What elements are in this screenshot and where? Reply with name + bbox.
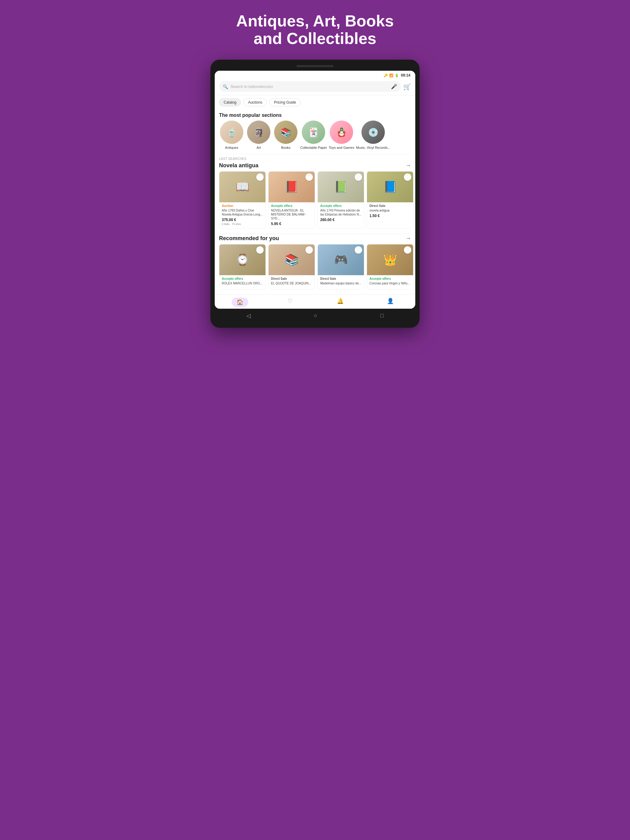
novela-product-2-price: 5.95 € xyxy=(271,222,312,226)
last-searches-section: LAST SEARCHES Novela antigua → 📖 ♡ Aucti… xyxy=(215,154,415,234)
tab-pricing-guide[interactable]: Pricing Guide xyxy=(269,98,301,106)
nav-favorites[interactable]: ♡ xyxy=(265,298,315,307)
wifi-icon: 📶 xyxy=(389,74,393,77)
app-header: 🔍 Search in todocoleccion 🎤 🛒 xyxy=(215,79,415,95)
notifications-icon: 🔔 xyxy=(337,298,343,305)
rec-product-3-heart[interactable]: ♡ xyxy=(355,246,362,254)
status-bar: 🔑 📶 🔋 09:14 xyxy=(215,71,415,79)
rec-product-1-info: Accepts offers ROLEX MARCELLUN ORO... xyxy=(219,275,266,289)
novela-product-1-status: Auction xyxy=(222,204,263,208)
novela-products-row: 📖 ♡ Auction Año 1783 Dafnis y Cloe Novel… xyxy=(215,171,415,234)
novela-product-2-status: Accepts offers xyxy=(271,204,312,208)
novela-product-1-heart[interactable]: ♡ xyxy=(256,174,264,181)
novela-arrow-btn[interactable]: → xyxy=(405,163,411,169)
rec-product-4[interactable]: 👑 ♡ Accepts offers Coronas para Virgen y… xyxy=(367,244,413,289)
novela-product-3-price: 260.00 € xyxy=(320,218,361,222)
category-antiques-label: Antiques xyxy=(225,146,238,150)
rec-product-3-info: Direct Sale Madelman equipo básico de... xyxy=(318,275,364,289)
rec-product-2[interactable]: 📚 ♡ Direct Sale EL QUIJOTE DE JOAQUIN... xyxy=(268,244,315,289)
rec-product-1-img: ⌚ ♡ xyxy=(219,245,266,275)
nav-notifications[interactable]: 🔔 xyxy=(315,298,365,307)
novela-product-4-info: Direct Sale novela antigua 1.50 € xyxy=(367,202,413,221)
novela-product-3-status: Accepts offers xyxy=(320,204,361,208)
novela-product-1-img: 📖 ♡ xyxy=(219,172,266,202)
novela-product-2-heart[interactable]: ♡ xyxy=(306,174,313,181)
key-icon: 🔑 xyxy=(384,74,388,77)
bottom-nav: 🏠 ♡ 🔔 👤 xyxy=(215,294,415,309)
screen: 🔑 📶 🔋 09:14 🔍 Search in todocoleccion 🎤 … xyxy=(215,71,415,308)
nav-home[interactable]: 🏠 xyxy=(215,298,265,307)
category-antiques-img: 🍵 xyxy=(220,120,243,144)
home-icon: 🏠 xyxy=(237,299,243,305)
rec-product-2-info: Direct Sale EL QUIJOTE DE JOAQUIN... xyxy=(269,275,315,289)
favorites-icon: ♡ xyxy=(288,298,293,305)
headline-line1: Antiques, Art, Books xyxy=(236,12,394,30)
novela-product-2[interactable]: 📕 ♡ Accepts offers NOVELA ANTIGUA - EL M… xyxy=(268,171,315,229)
home-btn[interactable]: ○ xyxy=(314,313,317,319)
novela-product-3-heart[interactable]: ♡ xyxy=(355,174,362,181)
cart-icon[interactable]: 🛒 xyxy=(403,83,411,90)
novela-product-1-info: Auction Año 1783 Dafnis y Cloe Novela An… xyxy=(219,202,266,228)
categories-row: 🍵 Antiques 🗿 Art 📚 Books � xyxy=(215,120,415,153)
rec-product-2-status: Direct Sale xyxy=(271,277,312,280)
novela-product-2-img: 📕 ♡ xyxy=(269,172,315,202)
headline-line2: and Collectibles xyxy=(254,30,377,47)
rec-product-1[interactable]: ⌚ ♡ Accepts offers ROLEX MARCELLUN ORO..… xyxy=(219,244,266,289)
category-collectable-label: Collectable Paper xyxy=(300,146,327,150)
rec-product-4-img: 👑 ♡ xyxy=(367,245,413,275)
novela-product-1-bids: 0 Bids · 7h 45m xyxy=(222,223,263,226)
novela-product-4-status: Direct Sale xyxy=(369,204,411,208)
recommended-section-header: Recommended for you → xyxy=(215,234,415,244)
recents-btn[interactable]: □ xyxy=(380,313,384,319)
novela-product-3-title: Año 1743 Primera edición de las Etiópica… xyxy=(320,208,361,216)
rec-product-1-title: ROLEX MARCELLUN ORO... xyxy=(222,281,263,285)
rec-product-1-heart[interactable]: ♡ xyxy=(256,246,264,254)
novela-product-3[interactable]: 📗 ♡ Accepts offers Año 1743 Primera edic… xyxy=(317,171,364,229)
category-music[interactable]: 💿 Music, Vinyl Records... xyxy=(356,120,390,150)
rec-product-4-title: Coronas para Virgen y Niño... xyxy=(369,281,411,285)
novela-product-4-img: 📘 ♡ xyxy=(367,172,413,202)
category-collectable[interactable]: 🃏 Collectable Paper xyxy=(300,120,327,150)
back-btn[interactable]: ◁ xyxy=(246,313,251,319)
novela-product-4-price: 1.50 € xyxy=(369,214,411,218)
search-placeholder: Search in todocoleccion xyxy=(230,84,388,89)
rec-product-3[interactable]: 🎮 ♡ Direct Sale Madelman equipo básico d… xyxy=(317,244,364,289)
novela-product-3-info: Accepts offers Año 1743 Primera edición … xyxy=(318,202,364,224)
rec-product-2-heart[interactable]: ♡ xyxy=(306,246,313,254)
novela-product-1[interactable]: 📖 ♡ Auction Año 1783 Dafnis y Cloe Novel… xyxy=(219,171,266,229)
rec-product-4-heart[interactable]: ♡ xyxy=(404,246,411,254)
microphone-icon[interactable]: 🎤 xyxy=(391,84,397,90)
novela-product-2-info: Accepts offers NOVELA ANTIGUA - EL MISTE… xyxy=(269,202,315,229)
search-bar[interactable]: 🔍 Search in todocoleccion 🎤 xyxy=(219,81,401,92)
category-art[interactable]: 🗿 Art xyxy=(246,120,271,150)
popular-sections-title: The most popular sections xyxy=(215,109,415,120)
category-music-label: Music, Vinyl Records... xyxy=(356,146,390,150)
recommended-arrow-btn[interactable]: → xyxy=(405,235,411,242)
rec-product-1-status: Accepts offers xyxy=(222,277,263,280)
novela-product-3-img: 📗 ♡ xyxy=(318,172,364,202)
device-frame: 🔑 📶 🔋 09:14 🔍 Search in todocoleccion 🎤 … xyxy=(211,60,419,327)
device-notch xyxy=(296,65,334,67)
rec-product-3-img: 🎮 ♡ xyxy=(318,245,364,275)
novela-product-1-price: 375.00 € xyxy=(222,218,263,222)
recommended-section: Recommended for you → ⌚ ♡ Accepts offers… xyxy=(215,234,415,294)
category-antiques[interactable]: 🍵 Antiques xyxy=(219,120,244,150)
recommended-products-row: ⌚ ♡ Accepts offers ROLEX MARCELLUN ORO..… xyxy=(215,244,415,294)
tab-catalog[interactable]: Catalog xyxy=(219,98,241,106)
page-headline: Antiques, Art, Books and Collectibles xyxy=(236,12,394,47)
rec-product-4-status: Accepts offers xyxy=(369,277,411,280)
status-time: 09:14 xyxy=(401,73,410,77)
novela-product-4-heart[interactable]: ♡ xyxy=(404,174,411,181)
category-books[interactable]: 📚 Books xyxy=(273,120,298,150)
novela-product-4[interactable]: 📘 ♡ Direct Sale novela antigua 1.50 € xyxy=(367,171,413,229)
novela-section-title: Novela antigua xyxy=(219,163,258,169)
status-icons: 🔑 📶 🔋 xyxy=(384,74,399,77)
nav-profile[interactable]: 👤 xyxy=(365,298,415,307)
last-searches-label: LAST SEARCHES xyxy=(215,154,415,161)
category-music-img: 💿 xyxy=(361,120,385,144)
battery-icon: 🔋 xyxy=(395,74,399,77)
category-toys[interactable]: 🪆 Toys and Games xyxy=(329,120,355,150)
tab-auctions[interactable]: Auctions xyxy=(243,98,267,106)
rec-product-4-info: Accepts offers Coronas para Virgen y Niñ… xyxy=(367,275,413,289)
category-art-label: Art xyxy=(256,146,261,150)
